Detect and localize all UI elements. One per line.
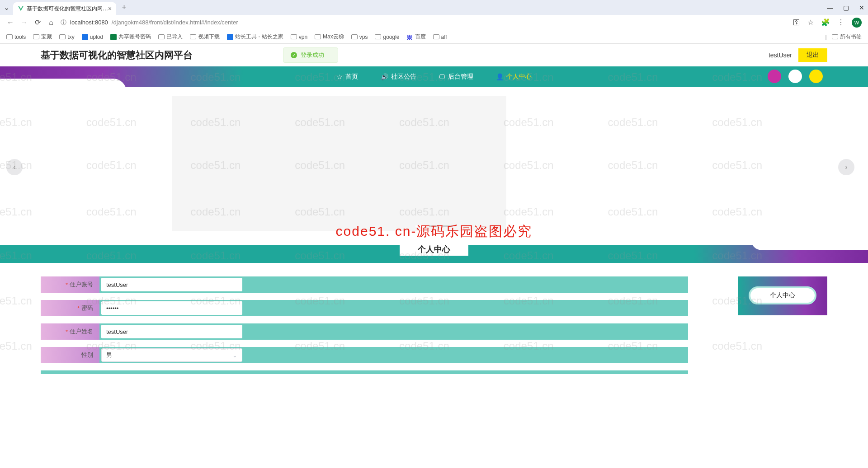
logout-button[interactable]: 退出 [798, 48, 827, 62]
minimize-icon[interactable]: — [827, 4, 833, 11]
tab-dropdown-icon[interactable]: ⌄ [4, 3, 9, 12]
nav-profile[interactable]: 👤个人中心 [496, 73, 532, 81]
profile-avatar[interactable]: W [852, 18, 862, 28]
carousel-prev-icon[interactable]: ‹ [6, 159, 23, 175]
forward-icon[interactable]: → [20, 19, 28, 27]
field-password: *密码 [41, 300, 688, 316]
speaker-icon: 🔊 [381, 73, 388, 80]
carousel-dot[interactable] [429, 225, 439, 227]
section-title: 个人中心 [418, 245, 450, 254]
page-header: 基于数据可视化的智慧社区内网平台 ✓ 登录成功 testUser 退出 [0, 44, 868, 66]
bookmark-vps[interactable]: vps [351, 34, 368, 40]
carousel-slide [172, 96, 506, 231]
bookmark-imported[interactable]: 已导入 [158, 33, 183, 41]
current-user: testUser [769, 51, 792, 59]
field-gender: 性别 男 ⌄ [41, 347, 688, 363]
browser-tab-bar: ⌄ 基于数据可视化的智慧社区内网… × + — ▢ ✕ [0, 0, 868, 15]
toast-text: 登录成功 [301, 51, 324, 59]
main-nav: ☆首页 🔊社区公告 🖵后台管理 👤个人中心 [0, 66, 868, 87]
bookmarks-bar: tools 宝藏 txy uplod 共享账号密码 已导入 视频下载 站长工具 … [0, 30, 868, 44]
star-icon[interactable]: ☆ [807, 18, 814, 27]
bookmark-zhanzhang[interactable]: 站长工具 - 站长之家 [227, 33, 283, 41]
refresh-icon[interactable]: ⟳ [33, 18, 42, 27]
theme-dot-3[interactable] [809, 70, 823, 83]
vue-icon [18, 5, 24, 12]
bookmark-baidu[interactable]: 崇百度 [407, 33, 426, 41]
new-tab-button[interactable]: + [122, 3, 127, 12]
profile-form: *住户账号 *密码 *住户姓名 性别 男 ⌄ [41, 276, 688, 374]
theme-dot-1[interactable] [768, 70, 781, 83]
back-icon[interactable]: ← [6, 19, 14, 27]
password-input[interactable] [101, 301, 242, 315]
bookmark-google[interactable]: google [375, 34, 399, 40]
nav-home[interactable]: ☆首页 [337, 73, 358, 81]
extensions-icon[interactable]: 🧩 [821, 18, 830, 27]
url-field[interactable]: ⓘ localhost:8080/djangokm488/front/dist/… [61, 19, 788, 27]
home-icon[interactable]: ⌂ [47, 19, 55, 27]
carousel-dot[interactable] [443, 225, 453, 227]
account-input[interactable] [101, 278, 242, 291]
all-bookmarks[interactable]: | 所有书签 [826, 33, 862, 41]
url-host: localhost:8080 [70, 19, 108, 26]
gender-select[interactable]: 男 ⌄ [101, 348, 242, 362]
bookmark-max[interactable]: Max云梯 [315, 33, 344, 41]
bookmark-shared[interactable]: 共享账号密码 [110, 33, 151, 41]
menu-icon[interactable]: ⋮ [837, 18, 844, 27]
nav-admin[interactable]: 🖵后台管理 [439, 73, 473, 81]
name-input[interactable] [101, 325, 242, 338]
bookmark-tools[interactable]: tools [6, 34, 26, 40]
field-name: *住户姓名 [41, 323, 688, 340]
bookmark-baozang[interactable]: 宝藏 [33, 33, 52, 41]
bookmark-aff[interactable]: aff [433, 34, 447, 40]
carousel-indicators [415, 225, 453, 227]
close-window-icon[interactable]: ✕ [859, 4, 864, 11]
field-account: *住户账号 [41, 276, 688, 293]
profile-shortcut-button[interactable]: 个人中心 [749, 286, 816, 304]
field-next [41, 370, 688, 374]
bookmark-uplod[interactable]: uplod [82, 34, 103, 40]
check-icon: ✓ [291, 52, 297, 58]
section-header: 个人中心 [0, 245, 868, 263]
tab-title: 基于数据可视化的智慧社区内网… [27, 5, 108, 13]
url-path: /djangokm488/front/dist/index.html#/inde… [112, 19, 238, 26]
star-outline-icon: ☆ [337, 73, 343, 80]
bookmark-video[interactable]: 视频下载 [190, 33, 220, 41]
carousel-next-icon[interactable]: › [838, 159, 854, 175]
carousel-dot[interactable] [415, 225, 425, 227]
success-toast: ✓ 登录成功 [283, 47, 338, 63]
password-icon[interactable]: ⚿ [793, 19, 800, 27]
address-bar: ← → ⟳ ⌂ ⓘ localhost:8080/djangokm488/fro… [0, 15, 868, 30]
side-panel: 个人中心 [738, 276, 827, 315]
nav-announce[interactable]: 🔊社区公告 [381, 73, 416, 81]
browser-tab[interactable]: 基于数据可视化的智慧社区内网… × [13, 2, 116, 15]
user-icon: 👤 [496, 73, 504, 80]
info-icon[interactable]: ⓘ [61, 19, 66, 27]
bookmark-vpn[interactable]: vpn [291, 34, 307, 40]
chevron-down-icon: ⌄ [232, 352, 237, 359]
monitor-icon: 🖵 [439, 73, 445, 80]
theme-dot-2[interactable] [788, 70, 802, 83]
site-title: 基于数据可视化的智慧社区内网平台 [41, 49, 193, 61]
bookmark-txy[interactable]: txy [59, 34, 74, 40]
close-icon[interactable]: × [108, 5, 112, 12]
carousel: ‹ › [0, 96, 868, 240]
window-controls: — ▢ ✕ [827, 4, 864, 11]
maximize-icon[interactable]: ▢ [843, 4, 849, 11]
